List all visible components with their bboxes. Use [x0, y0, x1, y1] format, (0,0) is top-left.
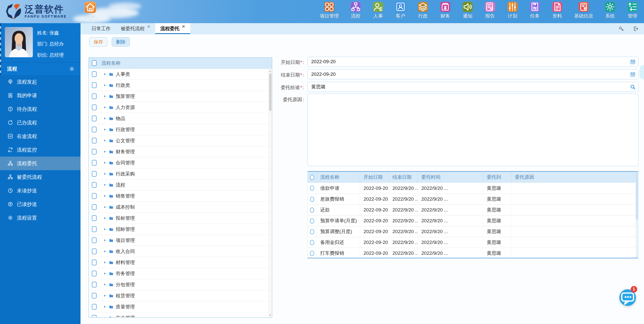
row-radio[interactable]	[310, 251, 314, 256]
checkbox[interactable]	[92, 215, 97, 221]
table-row[interactable]: 打车费报销2022-09-202022/9/20 ...2022/9/20 ..…	[308, 248, 638, 259]
tree-row[interactable]: 公文管理	[89, 135, 268, 146]
nav-item-layers[interactable]: 行政	[417, 2, 428, 19]
close-icon[interactable]: ×	[147, 24, 150, 29]
sidebar-item-未读抄送[interactable]: 未读抄送	[0, 184, 80, 197]
checkbox[interactable]	[92, 248, 97, 254]
key-icon[interactable]	[618, 26, 624, 31]
checkbox[interactable]	[92, 204, 97, 210]
row-radio[interactable]	[310, 207, 314, 213]
delete-button[interactable]: 删除	[112, 37, 130, 47]
table-row[interactable]: 借款申请2022-09-202022/9/20 ...2022/9/20 ...…	[308, 183, 638, 194]
checkbox[interactable]	[92, 104, 97, 110]
checkbox[interactable]	[92, 193, 97, 199]
sidebar-item-已办流程[interactable]: 已办流程	[0, 116, 80, 129]
table-row[interactable]: 备用金归还2022-09-202022/9/20 ...2022/9/20 ..…	[308, 237, 638, 248]
caret-right-icon[interactable]	[103, 73, 107, 76]
tree-row[interactable]: 合同管理	[89, 157, 268, 168]
tree-row[interactable]: 收入合同	[89, 246, 268, 257]
sidebar-item-待办流程[interactable]: 待办流程	[0, 102, 80, 116]
nav-item-grid[interactable]: 项目管理	[320, 2, 339, 19]
tree-row[interactable]: 人事类	[89, 69, 268, 80]
edge-widget[interactable]	[639, 65, 644, 80]
checkbox[interactable]	[92, 282, 97, 287]
caret-right-icon[interactable]	[103, 183, 107, 187]
checkbox[interactable]	[92, 293, 97, 299]
tree-row[interactable]: 销售管理	[89, 191, 268, 202]
caret-right-icon[interactable]	[103, 194, 107, 198]
tree-row[interactable]: 成本控制	[89, 202, 268, 213]
save-button[interactable]: 保存	[89, 37, 107, 47]
checkbox[interactable]	[92, 116, 97, 121]
nav-item-sort-list[interactable]: 管理	[627, 2, 638, 19]
gear-icon[interactable]	[69, 66, 74, 71]
caret-right-icon[interactable]	[103, 128, 107, 131]
select-all-checkbox[interactable]	[92, 60, 97, 66]
caret-right-icon[interactable]	[103, 139, 107, 142]
caret-right-icon[interactable]	[103, 294, 107, 297]
calendar-icon[interactable]	[630, 59, 636, 65]
tab-流程委托[interactable]: 流程委托×	[155, 23, 190, 34]
tree-row[interactable]: 物品	[89, 113, 268, 124]
sidebar-item-流程发起[interactable]: 流程发起	[0, 75, 80, 89]
nav-item-report-mic[interactable]: 报告	[485, 2, 496, 19]
checkbox[interactable]	[92, 237, 97, 243]
checkbox[interactable]	[92, 127, 97, 132]
caret-right-icon[interactable]	[103, 305, 107, 308]
caret-right-icon[interactable]	[103, 95, 107, 98]
checkbox[interactable]	[92, 149, 97, 155]
close-icon[interactable]: ×	[182, 24, 185, 29]
caret-right-icon[interactable]	[103, 228, 107, 231]
sidebar-item-流程委托[interactable]: 流程委托	[0, 157, 80, 170]
checkbox[interactable]	[92, 315, 97, 317]
table-scrollbar[interactable]	[636, 172, 638, 258]
tree-row[interactable]: 人力资源	[89, 102, 268, 113]
caret-right-icon[interactable]	[103, 316, 107, 317]
nav-item-document[interactable]: 资料	[552, 2, 563, 19]
checkbox[interactable]	[92, 82, 97, 88]
tree-row[interactable]: 预算管理	[89, 91, 268, 102]
checkbox[interactable]	[92, 71, 97, 77]
checkbox[interactable]	[92, 182, 97, 188]
tree-row[interactable]: 流程	[89, 179, 268, 191]
nav-item-money[interactable]: 财务	[440, 2, 451, 19]
tree-row[interactable]: 招标管理	[89, 224, 268, 235]
nav-item-user[interactable]: 人事	[373, 2, 384, 19]
nav-item-gear[interactable]: 系统	[605, 2, 616, 19]
tree-row[interactable]: 行政采购	[89, 168, 268, 179]
row-radio[interactable]	[310, 240, 314, 245]
caret-right-icon[interactable]	[103, 172, 107, 175]
select-all-radio[interactable]	[310, 175, 314, 180]
logout-icon[interactable]	[633, 26, 638, 31]
tree-row[interactable]: 投标管理	[89, 213, 268, 224]
nav-item-sitemap[interactable]: 流程	[350, 2, 361, 19]
caret-right-icon[interactable]	[103, 84, 107, 87]
checkbox[interactable]	[92, 160, 97, 166]
caret-right-icon[interactable]	[103, 239, 107, 242]
caret-right-icon[interactable]	[103, 106, 107, 109]
tree-row[interactable]: 安全管理	[89, 312, 268, 317]
checkbox[interactable]	[92, 138, 97, 143]
tree-row[interactable]: 分包管理	[89, 279, 268, 290]
nav-portal[interactable]: 门户	[83, 2, 98, 20]
tab-被委托流程[interactable]: 被委托流程×	[116, 23, 155, 34]
row-radio[interactable]	[310, 186, 314, 191]
table-row[interactable]: 还款2022-09-202022/9/20 ...2022/9/20 ...黄思…	[308, 204, 638, 215]
nav-item-sliders-v[interactable]: 计划	[507, 2, 518, 19]
caret-right-icon[interactable]	[103, 250, 107, 253]
sidebar-item-在途流程[interactable]: G+在途流程	[0, 129, 80, 143]
nav-item-users-card[interactable]: 客户	[395, 2, 406, 19]
caret-right-icon[interactable]	[103, 205, 107, 209]
tree-scrollbar[interactable]: ▲ ▼	[268, 69, 272, 317]
row-radio[interactable]	[310, 197, 314, 202]
tree-row[interactable]: 劳务管理	[89, 268, 268, 279]
caret-right-icon[interactable]	[103, 261, 107, 264]
tab-日常工作[interactable]: 日常工作	[87, 23, 116, 34]
nav-item-speaker[interactable]: 通知	[462, 2, 473, 19]
tree-row[interactable]: 行政管理	[89, 124, 268, 135]
tree-row[interactable]: 租赁管理	[89, 290, 268, 301]
delegate-to-input[interactable]	[311, 82, 626, 92]
search-icon[interactable]	[630, 84, 636, 90]
start-date-input[interactable]	[311, 57, 626, 66]
tree-row[interactable]: 财务管理	[89, 146, 268, 157]
